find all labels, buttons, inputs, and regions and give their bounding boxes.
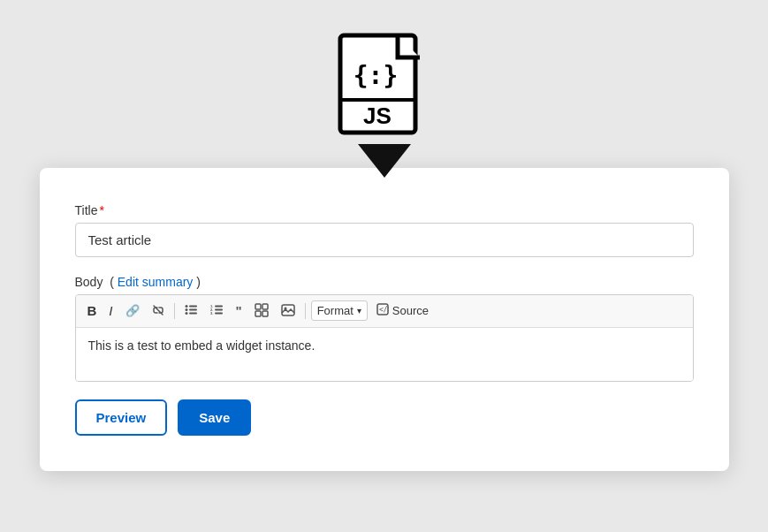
unlink-button[interactable] xyxy=(148,301,169,321)
svg-rect-9 xyxy=(189,313,197,315)
js-file-icon-container: {:} JS xyxy=(336,31,433,146)
image-icon xyxy=(281,304,295,318)
blockquote-icon: " xyxy=(236,304,242,317)
svg-rect-11 xyxy=(215,306,223,308)
form-footer: Preview Save xyxy=(75,399,694,436)
format-chevron-icon: ▾ xyxy=(357,306,361,315)
svg-text:JS: JS xyxy=(363,103,392,129)
form-section: Title * Body ( Edit summary ) B I 🔗 xyxy=(75,203,694,436)
body-editor: B I 🔗 xyxy=(75,294,694,382)
bold-button[interactable]: B xyxy=(83,301,102,320)
required-star: * xyxy=(99,203,103,217)
editor-toolbar: B I 🔗 xyxy=(76,295,693,328)
format-dropdown[interactable]: Format ▾ xyxy=(311,300,368,321)
svg-rect-13 xyxy=(215,309,223,311)
svg-rect-19 xyxy=(262,311,268,316)
body-label-text: Body xyxy=(75,275,103,289)
svg-point-6 xyxy=(185,308,187,311)
preview-button[interactable]: Preview xyxy=(75,399,168,436)
svg-point-8 xyxy=(185,312,187,315)
ordered-list-button[interactable]: 1.2.3. xyxy=(206,301,228,320)
ul-icon xyxy=(185,304,198,317)
svg-rect-17 xyxy=(262,304,268,309)
bold-icon: B xyxy=(87,304,97,317)
svg-rect-15 xyxy=(215,313,223,315)
svg-rect-7 xyxy=(189,309,197,311)
title-input[interactable] xyxy=(75,223,694,257)
separator-2 xyxy=(305,303,306,319)
svg-rect-16 xyxy=(255,304,261,309)
save-button[interactable]: Save xyxy=(178,399,251,436)
ol-icon: 1.2.3. xyxy=(210,304,224,317)
form-card: {:} JS Title * Body ( Edit summary ) xyxy=(40,168,729,471)
source-button[interactable]: </> Source xyxy=(371,300,434,321)
body-label: Body ( Edit summary ) xyxy=(75,275,694,289)
unlink-icon xyxy=(152,304,164,318)
separator-1 xyxy=(174,303,175,319)
image-button[interactable] xyxy=(277,301,300,321)
js-file-icon: {:} JS xyxy=(336,31,433,146)
svg-text:3.: 3. xyxy=(210,311,213,315)
svg-rect-18 xyxy=(255,311,261,316)
editor-content-area[interactable]: This is a test to embed a widget instanc… xyxy=(76,328,693,381)
unordered-list-button[interactable] xyxy=(180,301,202,320)
blockquote-button[interactable]: " xyxy=(232,301,247,320)
edit-summary-link[interactable]: Edit summary xyxy=(118,275,194,289)
svg-rect-5 xyxy=(189,306,197,308)
source-icon: </> xyxy=(376,303,389,318)
italic-button[interactable]: I xyxy=(104,301,117,320)
svg-text:</>: </> xyxy=(379,306,389,314)
link-button[interactable]: 🔗 xyxy=(121,302,144,319)
format-label: Format xyxy=(317,304,354,317)
title-label-text: Title xyxy=(75,203,98,217)
widget-icon xyxy=(255,303,269,319)
link-icon: 🔗 xyxy=(125,305,140,316)
editor-text: This is a test to embed a widget instanc… xyxy=(88,338,316,353)
svg-text:{:}: {:} xyxy=(353,61,398,90)
svg-point-4 xyxy=(185,305,187,308)
widget-button[interactable] xyxy=(250,300,273,322)
title-label: Title * xyxy=(75,203,694,217)
source-label: Source xyxy=(392,304,429,317)
italic-icon: I xyxy=(109,304,112,317)
